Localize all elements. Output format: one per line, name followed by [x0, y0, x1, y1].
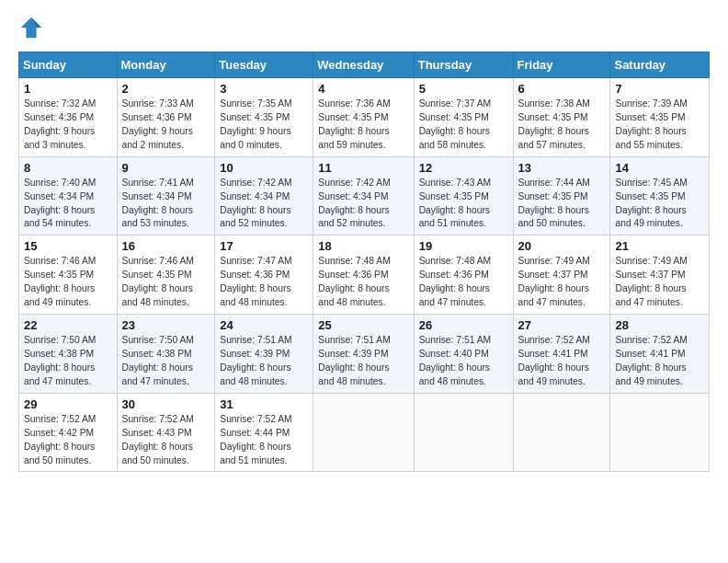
- day-number: 15: [24, 239, 112, 253]
- calendar-cell: 15Sunrise: 7:46 AMSunset: 4:35 PMDayligh…: [19, 236, 118, 315]
- calendar-cell: 4Sunrise: 7:36 AMSunset: 4:35 PMDaylight…: [313, 78, 414, 157]
- day-number: 16: [122, 239, 210, 253]
- day-info: Sunrise: 7:40 AMSunset: 4:34 PMDaylight:…: [24, 177, 112, 232]
- calendar-cell: 11Sunrise: 7:42 AMSunset: 4:34 PMDayligh…: [313, 156, 414, 236]
- day-info: Sunrise: 7:48 AMSunset: 4:36 PMDaylight:…: [419, 255, 508, 310]
- calendar-cell: 29Sunrise: 7:52 AMSunset: 4:42 PMDayligh…: [19, 393, 118, 472]
- day-number: 10: [220, 161, 308, 175]
- day-number: 28: [615, 318, 704, 332]
- day-number: 30: [122, 397, 210, 411]
- day-number: 19: [419, 239, 508, 253]
- day-number: 1: [24, 82, 112, 96]
- day-info: Sunrise: 7:50 AMSunset: 4:38 PMDaylight:…: [24, 334, 112, 389]
- day-info: Sunrise: 7:49 AMSunset: 4:37 PMDaylight:…: [615, 255, 704, 310]
- day-number: 23: [122, 318, 210, 332]
- calendar-cell: 28Sunrise: 7:52 AMSunset: 4:41 PMDayligh…: [610, 315, 710, 394]
- day-info: Sunrise: 7:52 AMSunset: 4:43 PMDaylight:…: [122, 413, 210, 468]
- calendar-cell: 31Sunrise: 7:52 AMSunset: 4:44 PMDayligh…: [215, 393, 313, 472]
- day-number: 3: [220, 82, 308, 96]
- day-info: Sunrise: 7:52 AMSunset: 4:41 PMDaylight:…: [518, 334, 606, 389]
- weekday-header: Thursday: [414, 52, 513, 78]
- header: [18, 15, 710, 40]
- calendar-cell: 25Sunrise: 7:51 AMSunset: 4:39 PMDayligh…: [313, 315, 414, 394]
- day-info: Sunrise: 7:36 AMSunset: 4:35 PMDaylight:…: [318, 98, 408, 153]
- day-info: Sunrise: 7:46 AMSunset: 4:35 PMDaylight:…: [24, 255, 112, 310]
- day-info: Sunrise: 7:45 AMSunset: 4:35 PMDaylight:…: [615, 177, 704, 232]
- day-info: Sunrise: 7:48 AMSunset: 4:36 PMDaylight:…: [318, 255, 408, 310]
- day-info: Sunrise: 7:32 AMSunset: 4:36 PMDaylight:…: [24, 98, 112, 153]
- calendar-cell: 9Sunrise: 7:41 AMSunset: 4:34 PMDaylight…: [117, 156, 215, 236]
- weekday-header: Saturday: [610, 52, 710, 78]
- day-info: Sunrise: 7:33 AMSunset: 4:36 PMDaylight:…: [122, 98, 210, 153]
- calendar-cell: 14Sunrise: 7:45 AMSunset: 4:35 PMDayligh…: [610, 156, 710, 236]
- empty-cell: [513, 393, 610, 472]
- day-info: Sunrise: 7:43 AMSunset: 4:35 PMDaylight:…: [419, 177, 508, 232]
- calendar-cell: 27Sunrise: 7:52 AMSunset: 4:41 PMDayligh…: [513, 315, 610, 394]
- calendar-cell: 8Sunrise: 7:40 AMSunset: 4:34 PMDaylight…: [19, 156, 118, 236]
- calendar-cell: 22Sunrise: 7:50 AMSunset: 4:38 PMDayligh…: [19, 315, 118, 394]
- calendar-cell: 5Sunrise: 7:37 AMSunset: 4:35 PMDaylight…: [414, 78, 513, 157]
- page: SundayMondayTuesdayWednesdayThursdayFrid…: [0, 0, 728, 481]
- day-number: 18: [318, 239, 408, 253]
- calendar-cell: 10Sunrise: 7:42 AMSunset: 4:34 PMDayligh…: [215, 156, 313, 236]
- day-number: 21: [615, 239, 704, 253]
- day-info: Sunrise: 7:52 AMSunset: 4:44 PMDaylight:…: [220, 413, 308, 468]
- calendar-cell: 16Sunrise: 7:46 AMSunset: 4:35 PMDayligh…: [117, 236, 215, 315]
- calendar-cell: 7Sunrise: 7:39 AMSunset: 4:35 PMDaylight…: [610, 78, 710, 157]
- day-info: Sunrise: 7:44 AMSunset: 4:35 PMDaylight:…: [518, 177, 606, 232]
- calendar-cell: 17Sunrise: 7:47 AMSunset: 4:36 PMDayligh…: [215, 236, 313, 315]
- day-number: 8: [24, 161, 112, 175]
- empty-cell: [414, 393, 513, 472]
- day-info: Sunrise: 7:38 AMSunset: 4:35 PMDaylight:…: [518, 98, 606, 153]
- day-number: 12: [419, 161, 508, 175]
- day-number: 14: [615, 161, 704, 175]
- day-number: 4: [318, 82, 408, 96]
- logo: [18, 15, 48, 40]
- day-info: Sunrise: 7:42 AMSunset: 4:34 PMDaylight:…: [318, 177, 408, 232]
- empty-cell: [313, 393, 414, 472]
- day-info: Sunrise: 7:52 AMSunset: 4:42 PMDaylight:…: [24, 413, 112, 468]
- day-number: 2: [122, 82, 210, 96]
- day-info: Sunrise: 7:51 AMSunset: 4:39 PMDaylight:…: [220, 334, 308, 389]
- day-number: 5: [419, 82, 508, 96]
- calendar-cell: 21Sunrise: 7:49 AMSunset: 4:37 PMDayligh…: [610, 236, 710, 315]
- calendar-cell: 18Sunrise: 7:48 AMSunset: 4:36 PMDayligh…: [313, 236, 414, 315]
- empty-cell: [610, 393, 710, 472]
- day-info: Sunrise: 7:39 AMSunset: 4:35 PMDaylight:…: [615, 98, 704, 153]
- day-info: Sunrise: 7:42 AMSunset: 4:34 PMDaylight:…: [220, 177, 308, 232]
- calendar-cell: 23Sunrise: 7:50 AMSunset: 4:38 PMDayligh…: [117, 315, 215, 394]
- weekday-header: Tuesday: [215, 52, 313, 78]
- day-info: Sunrise: 7:47 AMSunset: 4:36 PMDaylight:…: [220, 255, 308, 310]
- day-number: 31: [220, 397, 308, 411]
- day-number: 13: [518, 161, 606, 175]
- day-number: 11: [318, 161, 408, 175]
- day-number: 22: [24, 318, 112, 332]
- weekday-header: Friday: [513, 52, 610, 78]
- calendar-cell: 30Sunrise: 7:52 AMSunset: 4:43 PMDayligh…: [117, 393, 215, 472]
- day-info: Sunrise: 7:51 AMSunset: 4:39 PMDaylight:…: [318, 334, 408, 389]
- day-number: 6: [518, 82, 606, 96]
- weekday-header: Wednesday: [313, 52, 414, 78]
- logo-icon: [18, 15, 44, 40]
- calendar-cell: 13Sunrise: 7:44 AMSunset: 4:35 PMDayligh…: [513, 156, 610, 236]
- weekday-header: Sunday: [19, 52, 118, 78]
- calendar-cell: 20Sunrise: 7:49 AMSunset: 4:37 PMDayligh…: [513, 236, 610, 315]
- calendar-cell: 6Sunrise: 7:38 AMSunset: 4:35 PMDaylight…: [513, 78, 610, 157]
- calendar-cell: 2Sunrise: 7:33 AMSunset: 4:36 PMDaylight…: [117, 78, 215, 157]
- day-number: 25: [318, 318, 408, 332]
- calendar-cell: 12Sunrise: 7:43 AMSunset: 4:35 PMDayligh…: [414, 156, 513, 236]
- calendar-cell: 19Sunrise: 7:48 AMSunset: 4:36 PMDayligh…: [414, 236, 513, 315]
- calendar-cell: 26Sunrise: 7:51 AMSunset: 4:40 PMDayligh…: [414, 315, 513, 394]
- day-number: 29: [24, 397, 112, 411]
- day-info: Sunrise: 7:49 AMSunset: 4:37 PMDaylight:…: [518, 255, 606, 310]
- day-number: 24: [220, 318, 308, 332]
- day-number: 26: [419, 318, 508, 332]
- calendar-cell: 3Sunrise: 7:35 AMSunset: 4:35 PMDaylight…: [215, 78, 313, 157]
- day-number: 9: [122, 161, 210, 175]
- calendar-cell: 24Sunrise: 7:51 AMSunset: 4:39 PMDayligh…: [215, 315, 313, 394]
- calendar-table: SundayMondayTuesdayWednesdayThursdayFrid…: [18, 52, 710, 472]
- day-info: Sunrise: 7:51 AMSunset: 4:40 PMDaylight:…: [419, 334, 508, 389]
- day-number: 7: [615, 82, 704, 96]
- weekday-header: Monday: [117, 52, 215, 78]
- day-info: Sunrise: 7:46 AMSunset: 4:35 PMDaylight:…: [122, 255, 210, 310]
